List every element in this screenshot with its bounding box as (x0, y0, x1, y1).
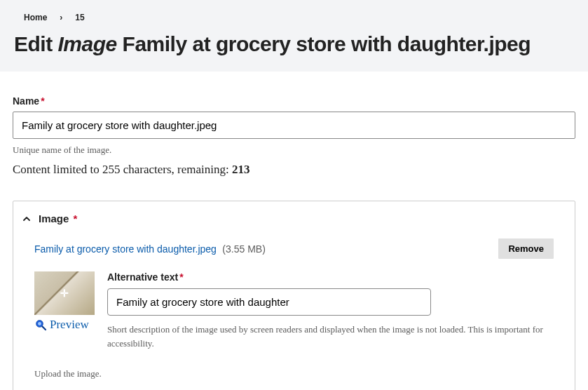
required-icon: * (74, 213, 78, 224)
alt-text-label: Alternative text* (107, 271, 554, 283)
required-icon: * (179, 271, 183, 283)
breadcrumb-separator-icon: › (60, 13, 62, 22)
alt-text-input[interactable] (107, 288, 431, 316)
breadcrumb-current: 15 (75, 13, 84, 22)
required-icon: * (41, 95, 44, 107)
page-title: Edit Image Family at grocery store with … (14, 32, 574, 56)
svg-line-2 (43, 327, 46, 330)
remove-button[interactable]: Remove (498, 238, 554, 259)
chevron-up-icon (22, 214, 32, 224)
alt-text-help: Short description of the image used by s… (107, 323, 554, 350)
image-panel: Image * Family at grocery store with dau… (13, 201, 575, 390)
image-panel-toggle[interactable]: Image * (13, 201, 575, 236)
image-file-link[interactable]: Family at grocery store with daughter.jp… (34, 243, 217, 255)
breadcrumb-home[interactable]: Home (24, 13, 47, 22)
svg-point-1 (38, 322, 41, 325)
upload-help-text: Upload the image. (34, 368, 554, 379)
magnifier-icon (34, 318, 47, 331)
preview-link[interactable]: Preview (34, 318, 95, 332)
character-counter: Content limited to 255 characters, remai… (13, 163, 575, 177)
name-help-text: Unique name of the image. (13, 144, 575, 156)
name-input[interactable] (13, 112, 575, 139)
name-label: Name* (13, 95, 575, 107)
image-file-size: (3.55 MB) (222, 243, 265, 255)
breadcrumb: Home › 15 (24, 13, 574, 22)
image-thumbnail[interactable] (34, 271, 95, 315)
